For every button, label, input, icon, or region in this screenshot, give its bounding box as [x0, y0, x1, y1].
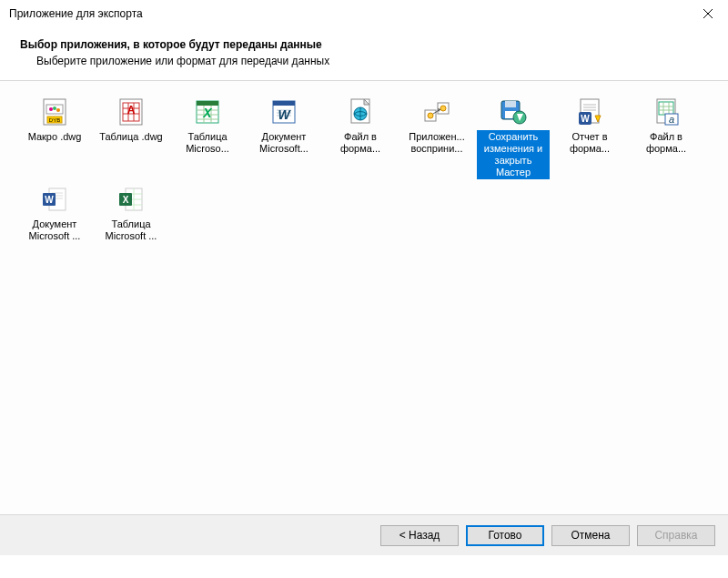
svg-text:W: W	[581, 114, 590, 124]
file-globe-icon	[344, 96, 377, 128]
app-item-file-fmt2[interactable]: a Файл в форма...	[628, 94, 704, 181]
app-item-report-fmt[interactable]: W Отчет в форма...	[551, 94, 628, 181]
dwg-table-icon: A	[115, 96, 147, 128]
wizard-header: Выбор приложения, в которое будут переда…	[0, 27, 728, 80]
save-wiz-icon	[497, 96, 530, 128]
app-item-label: Таблица Microso...	[171, 130, 244, 156]
ole-icon	[420, 96, 453, 128]
app-item-file-fmt1[interactable]: Файл в форма...	[322, 94, 399, 181]
app-item-label: Файл в форма...	[324, 130, 397, 156]
app-item-label: Сохранить изменения и закрыть Мастер	[477, 130, 550, 179]
app-item-label: Отчет в форма...	[553, 130, 626, 156]
app-grid: DYB Макро .dwg A Таблица .dwg X Таблица …	[16, 94, 712, 245]
svg-text:DYB: DYB	[49, 117, 60, 123]
help-button[interactable]: Справка	[637, 525, 715, 546]
titlebar: Приложение для экспорта	[0, 0, 728, 27]
svg-point-4	[49, 107, 53, 111]
app-item-macro-dwg[interactable]: DYB Макро .dwg	[16, 94, 93, 181]
word-rep-icon: W	[573, 96, 606, 128]
svg-point-36	[428, 113, 433, 118]
excel-2013-icon: X	[115, 183, 147, 216]
svg-rect-53	[659, 102, 673, 115]
dwg-macro-icon: DYB	[38, 96, 71, 128]
app-item-label: Файл в форма...	[630, 130, 703, 156]
svg-text:a: a	[669, 114, 674, 125]
close-icon	[703, 9, 713, 18]
app-item-label: Документ Microsoft...	[248, 130, 320, 156]
app-item-doc-ms2[interactable]: W Документ Microsoft ...	[16, 181, 93, 245]
header-subtitle: Выберите приложение или формат для перед…	[36, 55, 719, 67]
svg-point-37	[440, 106, 446, 111]
svg-rect-25	[273, 101, 295, 106]
app-item-app-perceive[interactable]: Приложен... восприни...	[399, 94, 475, 181]
svg-point-6	[56, 108, 60, 112]
app-item-doc-ms[interactable]: W Документ Microsoft...	[246, 94, 322, 181]
header-title: Выбор приложения, в которое будут переда…	[20, 38, 719, 51]
app-item-save-close[interactable]: Сохранить изменения и закрыть Мастер	[475, 94, 551, 181]
finish-button[interactable]: Готово	[466, 525, 544, 546]
app-item-label: Таблица Microsoft ...	[95, 218, 167, 243]
app-item-label: Документ Microsoft ...	[18, 218, 91, 243]
wizard-footer: < Назад Готово Отмена Справка	[0, 515, 728, 555]
window-title: Приложение для экспорта	[9, 7, 143, 20]
svg-text:A: A	[127, 104, 136, 117]
app-item-label: Макро .dwg	[26, 130, 84, 144]
svg-text:W: W	[278, 107, 291, 122]
content-area: DYB Макро .dwg A Таблица .dwg X Таблица …	[0, 80, 728, 515]
svg-text:X: X	[123, 195, 129, 205]
svg-point-5	[53, 106, 56, 110]
app-item-label: Таблица .dwg	[97, 130, 164, 144]
close-button[interactable]	[687, 0, 728, 27]
app-item-table-ms2[interactable]: X Таблица Microsoft ...	[93, 181, 169, 245]
svg-rect-41	[505, 101, 516, 107]
back-button[interactable]: < Назад	[380, 525, 459, 546]
cancel-button[interactable]: Отмена	[551, 525, 630, 546]
svg-text:X: X	[202, 106, 213, 120]
svg-text:W: W	[45, 195, 54, 205]
excel-xp-icon: X	[191, 96, 224, 128]
app-item-table-dwg[interactable]: A Таблица .dwg	[93, 94, 169, 181]
excel-a-icon: a	[650, 96, 682, 128]
word-2013-icon: W	[38, 183, 71, 216]
app-item-table-ms[interactable]: X Таблица Microso...	[169, 94, 246, 181]
app-item-label: Приложен... восприни...	[400, 130, 473, 156]
word-xp-icon: W	[268, 96, 300, 128]
